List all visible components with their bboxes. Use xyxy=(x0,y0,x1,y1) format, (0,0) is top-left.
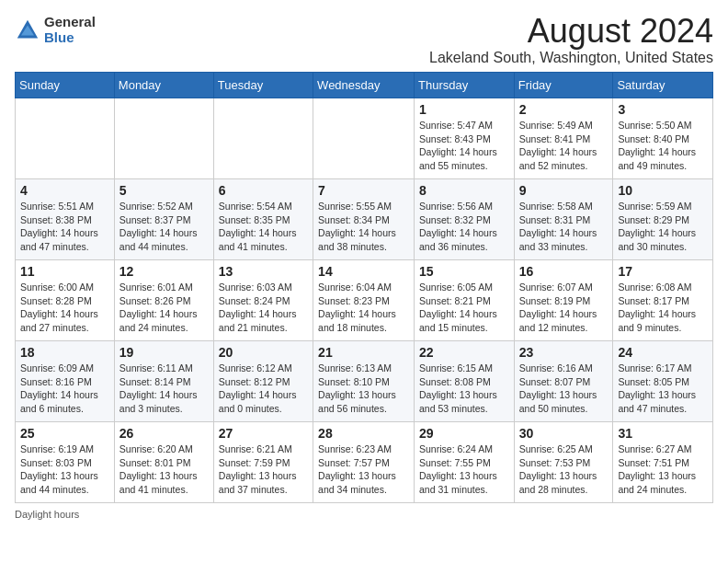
day-number: 18 xyxy=(20,345,109,360)
header-day-thursday: Thursday xyxy=(415,73,515,98)
day-number: 15 xyxy=(419,264,509,279)
day-info: Sunrise: 6:15 AMSunset: 8:08 PMDaylight:… xyxy=(419,362,509,416)
day-number: 5 xyxy=(119,183,209,198)
calendar-cell: 5Sunrise: 5:52 AMSunset: 8:37 PMDaylight… xyxy=(114,179,213,260)
day-info: Sunrise: 5:58 AMSunset: 8:31 PMDaylight:… xyxy=(519,200,609,254)
calendar-cell: 20Sunrise: 6:12 AMSunset: 8:12 PMDayligh… xyxy=(213,341,313,422)
logo-general-label: General xyxy=(44,15,96,30)
calendar-week-row: 4Sunrise: 5:51 AMSunset: 8:38 PMDaylight… xyxy=(16,179,713,260)
day-number: 26 xyxy=(119,426,209,441)
day-number: 10 xyxy=(618,183,708,198)
calendar-cell: 8Sunrise: 5:56 AMSunset: 8:32 PMDaylight… xyxy=(415,179,515,260)
calendar-cell: 24Sunrise: 6:17 AMSunset: 8:05 PMDayligh… xyxy=(613,341,713,422)
day-info: Sunrise: 6:12 AMSunset: 8:12 PMDaylight:… xyxy=(219,362,308,416)
day-info: Sunrise: 6:00 AMSunset: 8:28 PMDaylight:… xyxy=(20,281,109,335)
calendar-week-row: 18Sunrise: 6:09 AMSunset: 8:16 PMDayligh… xyxy=(16,341,713,422)
calendar-cell: 13Sunrise: 6:03 AMSunset: 8:24 PMDayligh… xyxy=(213,260,313,341)
day-info: Sunrise: 6:27 AMSunset: 7:51 PMDaylight:… xyxy=(618,442,708,497)
calendar-week-row: 11Sunrise: 6:00 AMSunset: 8:28 PMDayligh… xyxy=(16,260,713,341)
day-info: Sunrise: 5:54 AMSunset: 8:35 PMDaylight:… xyxy=(219,200,308,254)
calendar-cell: 25Sunrise: 6:19 AMSunset: 8:03 PMDayligh… xyxy=(16,422,115,503)
day-number: 21 xyxy=(318,345,409,360)
calendar-cell: 1Sunrise: 5:47 AMSunset: 8:43 PMDaylight… xyxy=(415,98,515,179)
calendar-cell: 22Sunrise: 6:15 AMSunset: 8:08 PMDayligh… xyxy=(415,341,515,422)
day-number: 13 xyxy=(219,264,308,279)
calendar-week-row: 25Sunrise: 6:19 AMSunset: 8:03 PMDayligh… xyxy=(16,422,713,503)
day-number: 1 xyxy=(419,102,509,117)
header-day-sunday: Sunday xyxy=(16,73,115,98)
day-number: 4 xyxy=(20,183,109,198)
day-number: 3 xyxy=(618,102,708,117)
calendar-cell: 9Sunrise: 5:58 AMSunset: 8:31 PMDaylight… xyxy=(514,179,613,260)
day-info: Sunrise: 6:13 AMSunset: 8:10 PMDaylight:… xyxy=(318,362,409,416)
day-info: Sunrise: 6:21 AMSunset: 7:59 PMDaylight:… xyxy=(219,442,308,497)
day-info: Sunrise: 5:56 AMSunset: 8:32 PMDaylight:… xyxy=(419,200,509,254)
day-number: 22 xyxy=(419,345,509,360)
day-number: 20 xyxy=(219,345,308,360)
day-number: 7 xyxy=(318,183,409,198)
day-number: 31 xyxy=(618,426,708,441)
day-info: Sunrise: 5:55 AMSunset: 8:34 PMDaylight:… xyxy=(318,200,409,254)
day-info: Sunrise: 5:51 AMSunset: 8:38 PMDaylight:… xyxy=(20,200,109,254)
day-number: 29 xyxy=(419,426,509,441)
calendar-cell: 21Sunrise: 6:13 AMSunset: 8:10 PMDayligh… xyxy=(313,341,415,422)
day-number: 28 xyxy=(318,426,409,441)
day-info: Sunrise: 6:23 AMSunset: 7:57 PMDaylight:… xyxy=(318,442,409,497)
day-number: 9 xyxy=(519,183,609,198)
day-info: Sunrise: 6:03 AMSunset: 8:24 PMDaylight:… xyxy=(219,281,308,335)
calendar-cell: 16Sunrise: 6:07 AMSunset: 8:19 PMDayligh… xyxy=(514,260,613,341)
day-number: 11 xyxy=(20,264,109,279)
day-info: Sunrise: 5:50 AMSunset: 8:40 PMDaylight:… xyxy=(618,119,708,173)
calendar-cell xyxy=(114,98,213,179)
calendar-cell: 30Sunrise: 6:25 AMSunset: 7:53 PMDayligh… xyxy=(514,422,613,503)
day-number: 17 xyxy=(618,264,708,279)
day-info: Sunrise: 6:05 AMSunset: 8:21 PMDaylight:… xyxy=(419,281,509,335)
calendar-cell: 23Sunrise: 6:16 AMSunset: 8:07 PMDayligh… xyxy=(514,341,613,422)
calendar-cell: 19Sunrise: 6:11 AMSunset: 8:14 PMDayligh… xyxy=(114,341,213,422)
day-info: Sunrise: 5:59 AMSunset: 8:29 PMDaylight:… xyxy=(618,200,708,254)
calendar-cell: 3Sunrise: 5:50 AMSunset: 8:40 PMDaylight… xyxy=(613,98,713,179)
calendar-cell xyxy=(16,98,115,179)
calendar-cell: 26Sunrise: 6:20 AMSunset: 8:01 PMDayligh… xyxy=(114,422,213,503)
day-info: Sunrise: 6:20 AMSunset: 8:01 PMDaylight:… xyxy=(119,442,209,497)
day-number: 12 xyxy=(119,264,209,279)
logo-text: General Blue xyxy=(44,15,96,45)
calendar-cell xyxy=(213,98,313,179)
calendar-cell: 6Sunrise: 5:54 AMSunset: 8:35 PMDaylight… xyxy=(213,179,313,260)
day-number: 25 xyxy=(20,426,109,441)
header-day-wednesday: Wednesday xyxy=(313,73,415,98)
calendar-cell: 12Sunrise: 6:01 AMSunset: 8:26 PMDayligh… xyxy=(114,260,213,341)
day-info: Sunrise: 5:52 AMSunset: 8:37 PMDaylight:… xyxy=(119,200,209,254)
day-info: Sunrise: 6:09 AMSunset: 8:16 PMDaylight:… xyxy=(20,362,109,416)
day-number: 30 xyxy=(519,426,609,441)
day-number: 24 xyxy=(618,345,708,360)
header-day-monday: Monday xyxy=(114,73,213,98)
logo-icon xyxy=(15,17,40,43)
day-info: Sunrise: 5:47 AMSunset: 8:43 PMDaylight:… xyxy=(419,119,509,173)
day-info: Sunrise: 6:24 AMSunset: 7:55 PMDaylight:… xyxy=(419,442,509,497)
logo: General Blue xyxy=(15,15,96,45)
header-day-tuesday: Tuesday xyxy=(213,73,313,98)
day-info: Sunrise: 6:04 AMSunset: 8:23 PMDaylight:… xyxy=(318,281,409,335)
day-number: 27 xyxy=(219,426,308,441)
day-info: Sunrise: 6:17 AMSunset: 8:05 PMDaylight:… xyxy=(618,362,708,416)
day-number: 8 xyxy=(419,183,509,198)
calendar-table: SundayMondayTuesdayWednesdayThursdayFrid… xyxy=(15,72,713,503)
day-number: 6 xyxy=(219,183,308,198)
calendar-week-row: 1Sunrise: 5:47 AMSunset: 8:43 PMDaylight… xyxy=(16,98,713,179)
calendar-cell: 17Sunrise: 6:08 AMSunset: 8:17 PMDayligh… xyxy=(613,260,713,341)
day-info: Sunrise: 6:25 AMSunset: 7:53 PMDaylight:… xyxy=(519,442,609,497)
calendar-cell: 15Sunrise: 6:05 AMSunset: 8:21 PMDayligh… xyxy=(415,260,515,341)
footer: Daylight hours xyxy=(15,509,713,520)
day-info: Sunrise: 6:16 AMSunset: 8:07 PMDaylight:… xyxy=(519,362,609,416)
calendar-cell: 10Sunrise: 5:59 AMSunset: 8:29 PMDayligh… xyxy=(613,179,713,260)
calendar-cell: 31Sunrise: 6:27 AMSunset: 7:51 PMDayligh… xyxy=(613,422,713,503)
calendar-cell: 4Sunrise: 5:51 AMSunset: 8:38 PMDaylight… xyxy=(16,179,115,260)
calendar-cell: 27Sunrise: 6:21 AMSunset: 7:59 PMDayligh… xyxy=(213,422,313,503)
day-info: Sunrise: 6:11 AMSunset: 8:14 PMDaylight:… xyxy=(119,362,209,416)
calendar-cell: 29Sunrise: 6:24 AMSunset: 7:55 PMDayligh… xyxy=(415,422,515,503)
title-block: August 2024 Lakeland South, Washington, … xyxy=(429,15,713,66)
day-info: Sunrise: 6:01 AMSunset: 8:26 PMDaylight:… xyxy=(119,281,209,335)
day-number: 19 xyxy=(119,345,209,360)
calendar-cell: 28Sunrise: 6:23 AMSunset: 7:57 PMDayligh… xyxy=(313,422,415,503)
